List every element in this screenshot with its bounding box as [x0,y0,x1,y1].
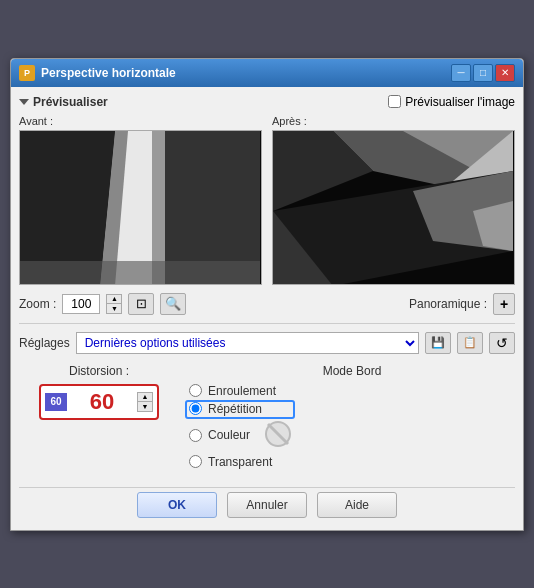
radio-row-repetition: Répétition [189,402,515,416]
zoom-up-button[interactable]: ▲ [107,295,121,304]
maximize-button[interactable]: □ [473,64,493,82]
window-body: Prévisualiser Prévisualiser l'image Avan… [11,87,523,530]
copy-preset-button[interactable]: 📋 [457,332,483,354]
before-image [20,131,261,285]
after-preview-block: Après : [272,115,515,285]
close-button[interactable]: ✕ [495,64,515,82]
radio-enroulement-label: Enroulement [208,384,276,398]
radio-repetition-label: Répétition [208,402,262,416]
window-icon: P [19,65,35,81]
distorsion-label: Distorsion : [69,364,129,378]
apres-label: Après : [272,115,515,127]
refresh-preset-button[interactable]: ↺ [489,332,515,354]
radio-transparent-label: Transparent [208,455,272,469]
footer-buttons: OK Annuler Aide [19,487,515,522]
preview-image-checkbox[interactable] [388,95,401,108]
radio-couleur-label: Couleur [208,428,250,442]
main-window: P Perspective horizontale ─ □ ✕ Prévisua… [10,58,524,531]
distorsion-display-value: 60 [71,389,133,415]
title-bar-left: P Perspective horizontale [19,65,176,81]
after-canvas [272,130,515,285]
zoom-input[interactable] [62,294,100,314]
radio-couleur[interactable] [189,429,202,442]
fit-window-button[interactable]: ⊡ [128,293,154,315]
radio-row-enroulement: Enroulement [189,384,515,398]
zoom-down-button[interactable]: ▼ [107,304,121,313]
radio-transparent[interactable] [189,455,202,468]
save-preset-button[interactable]: 💾 [425,332,451,354]
title-bar: P Perspective horizontale ─ □ ✕ [11,59,523,87]
svg-rect-8 [20,261,260,285]
preview-images-row: Avant : [19,115,515,285]
distorsion-box: Distorsion : 60 60 ▲ ▼ [19,364,179,420]
collapse-arrow-icon[interactable] [19,99,29,105]
distorsion-mini-value: 60 [45,393,67,411]
divider-1 [19,323,515,324]
zoom-row: Zoom : ▲ ▼ ⊡ 🔍 Panoramique : + [19,293,515,315]
reglages-row: Réglages Dernières options utilisées Déf… [19,332,515,354]
avant-label: Avant : [19,115,262,127]
window-title: Perspective horizontale [41,66,176,80]
bottom-section: Distorsion : 60 60 ▲ ▼ Mode Bord Enroule… [19,364,515,473]
distorsion-up-button[interactable]: ▲ [138,393,152,402]
title-buttons: ─ □ ✕ [451,64,515,82]
distorsion-spinner: ▲ ▼ [137,392,153,412]
minimize-button[interactable]: ─ [451,64,471,82]
zoom-spinner: ▲ ▼ [106,294,122,314]
reglages-dropdown[interactable]: Dernières options utilisées Défaut Perso… [76,332,419,354]
zoom-reset-button[interactable]: 🔍 [160,293,186,315]
after-image [273,131,514,285]
zoom-label: Zoom : [19,297,56,311]
help-button[interactable]: Aide [317,492,397,518]
preview-header: Prévisualiser Prévisualiser l'image [19,95,515,109]
ok-button[interactable]: OK [137,492,217,518]
preview-image-label: Prévisualiser l'image [405,95,515,109]
reglages-label: Réglages [19,336,70,350]
mode-bord-title: Mode Bord [189,364,515,378]
distorsion-input-wrap: 60 60 ▲ ▼ [39,384,159,420]
no-entry-icon [264,420,292,448]
preview-image-checkbox-row: Prévisualiser l'image [388,95,515,109]
radio-enroulement[interactable] [189,384,202,397]
radio-row-couleur: Couleur [189,420,515,451]
distorsion-down-button[interactable]: ▼ [138,402,152,411]
panoramique-plus-button[interactable]: + [493,293,515,315]
radio-row-transparent: Transparent [189,455,515,469]
radio-repetition[interactable] [189,402,202,415]
preview-header-left: Prévisualiser [19,95,108,109]
cancel-button[interactable]: Annuler [227,492,307,518]
before-preview-block: Avant : [19,115,262,285]
mode-bord-box: Mode Bord Enroulement Répétition Couleur [189,364,515,473]
before-canvas [19,130,262,285]
preview-section-label: Prévisualiser [33,95,108,109]
couleur-disabled-icon [264,420,292,451]
panoramique-label: Panoramique : [409,297,487,311]
